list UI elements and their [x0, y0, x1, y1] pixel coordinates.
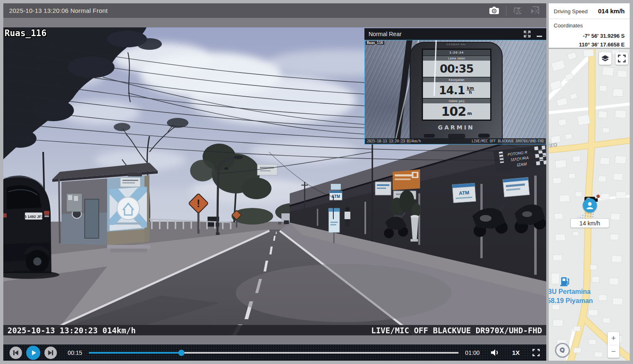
play-button[interactable]: [26, 346, 40, 360]
coordinates-label: Coordinates: [554, 22, 625, 29]
poi-name-line2: 58.19 Piyaman: [549, 296, 611, 305]
playback-speed-button[interactable]: 1X: [510, 349, 522, 357]
duration-time: 01:00: [465, 349, 480, 356]
license-plate-text: B 1492 JF1: [24, 215, 43, 219]
pip-expand-button[interactable]: [523, 30, 531, 38]
player-pane: 2025-10-13 13:20:06 Normal Front: [3, 3, 546, 361]
front-video[interactable]: ATM ATM: [3, 27, 546, 335]
current-time: 00:15: [68, 349, 82, 356]
garmin-trip-time-value: 00:35: [440, 62, 474, 75]
side-panel: Driving Speed 014 km/h Coordinates -7° 5…: [549, 3, 630, 361]
warning-sign-text: !: [197, 197, 200, 210]
progress-fill: [89, 352, 181, 354]
fullscreen-icon: [532, 349, 540, 357]
card-divider: [549, 19, 630, 19]
vehicle-location-marker[interactable]: [583, 198, 597, 213]
rear-pip-header[interactable]: Normal Rear: [364, 28, 546, 40]
garmin-model-label: GPSMAP 64s: [411, 43, 502, 46]
zoom-in-button[interactable]: +: [608, 332, 619, 345]
telemetry-card: Driving Speed 014 km/h Coordinates -7° 5…: [549, 3, 630, 48]
fullscreen-button[interactable]: [532, 349, 540, 357]
capture-button[interactable]: [489, 6, 500, 15]
location-pin-icon: [558, 346, 567, 354]
flip-horizontal-icon: [530, 5, 540, 16]
video-title-bar: 2025-10-13 13:20:06 Normal Front: [3, 3, 546, 18]
toolbar-divider: [506, 6, 506, 15]
atm-sign-text-2: ATM: [459, 190, 469, 196]
person-icon: [585, 200, 595, 210]
player-controls: 00:15 01:00 1X: [3, 344, 546, 361]
front-stamp-right: LIVE/MIC OFF BLACKVUE DR970X/UHD-FHD: [371, 326, 542, 335]
garmin-odometer-value: 102: [441, 104, 466, 119]
rear-pip-title: Normal Rear: [369, 31, 401, 37]
driving-speed-label: Driving Speed: [554, 8, 588, 15]
video-title: 2025-10-13 13:20:06 Normal Front: [9, 7, 108, 14]
zoom-out-button[interactable]: −: [608, 345, 619, 358]
poi-name-line1: BU Pertamina: [549, 287, 611, 296]
rear-video[interactable]: GPSMAP 64s 1:20:24 Lama Jalan 00:35 Kece…: [364, 40, 546, 144]
map-layers-button[interactable]: [599, 52, 611, 65]
rear-road-label: Ruas_116: [366, 41, 384, 45]
volume-icon: [491, 349, 500, 357]
map-zoom-control: + −: [608, 332, 619, 358]
rear-video-stamp: 2025-10-13 13:20:23 014km/h LIVE/MIC OFF…: [365, 138, 546, 144]
previous-frame-button[interactable]: [10, 347, 22, 359]
blackvue-viewer-window: 2025-10-13 13:20:06 Normal Front: [0, 0, 633, 364]
volume-button[interactable]: [491, 349, 500, 357]
layers-icon: [601, 54, 610, 63]
garmin-odometer-label: Odmtr perj: [423, 99, 490, 103]
map-fullscreen-button[interactable]: [616, 52, 628, 65]
map-view[interactable]: viro: [549, 49, 630, 361]
rear-pip-window: Normal Rear: [364, 28, 546, 144]
previous-frame-icon: [12, 349, 20, 357]
garmin-status-time: 1:20:24: [423, 50, 490, 55]
progress-thumb[interactable]: [178, 349, 184, 356]
front-stamp-left: 2025-10-13 13:20:23 014km/h: [7, 326, 136, 335]
flip-vertical-icon: [513, 5, 523, 16]
pip-minimize-button[interactable]: [537, 36, 542, 37]
flip-horizontal-button-disabled[interactable]: [530, 5, 540, 16]
longitude-value: 110° 36' 17.6658 E: [554, 40, 625, 49]
garmin-trip-time-label: Lama Jalan: [423, 56, 490, 61]
flip-vertical-button-disabled[interactable]: [513, 5, 523, 16]
expand-icon: [523, 30, 531, 38]
next-frame-icon: [47, 349, 54, 357]
map-speed-badge: 14 km/h: [570, 218, 609, 228]
front-video-stamp: 2025-10-13 13:20:23 014km/h LIVE/MIC OFF…: [3, 325, 546, 335]
play-icon: [29, 349, 37, 357]
garmin-screen: 1:20:24 Lama Jalan 00:35 Kecepatan 14.1: [422, 49, 491, 121]
driving-speed-value: 014 km/h: [598, 7, 625, 15]
map-poi-pertamina: BU Pertamina 58.19 Piyaman: [549, 276, 611, 305]
latitude-value: -7° 56' 31.9296 S: [554, 32, 625, 40]
camera-icon: [489, 6, 500, 15]
fuel-station-icon: [560, 276, 571, 287]
rear-stamp-left: 2025-10-13 13:20:23 014km/h: [367, 139, 421, 143]
map-recenter-button[interactable]: [555, 343, 570, 358]
garmin-odometer-unit: m: [467, 111, 472, 116]
next-frame-button[interactable]: [44, 347, 57, 359]
garmin-speed-unit: km h: [467, 86, 474, 94]
garmin-speed-value: 14.1: [439, 84, 465, 97]
garmin-speed-label: Kecepatan: [423, 78, 490, 82]
rear-stamp-right: LIVE/MIC OFF BLACKVUE DR970X/UHD-FHD: [472, 139, 544, 143]
progress-bar[interactable]: [89, 352, 459, 354]
front-road-label: Ruas_116: [5, 28, 46, 38]
map-fullscreen-icon: [617, 54, 626, 63]
garmin-brand-label: GARMIN: [411, 124, 502, 131]
garmin-device: GPSMAP 64s 1:20:24 Lama Jalan 00:35 Kece…: [410, 42, 503, 144]
